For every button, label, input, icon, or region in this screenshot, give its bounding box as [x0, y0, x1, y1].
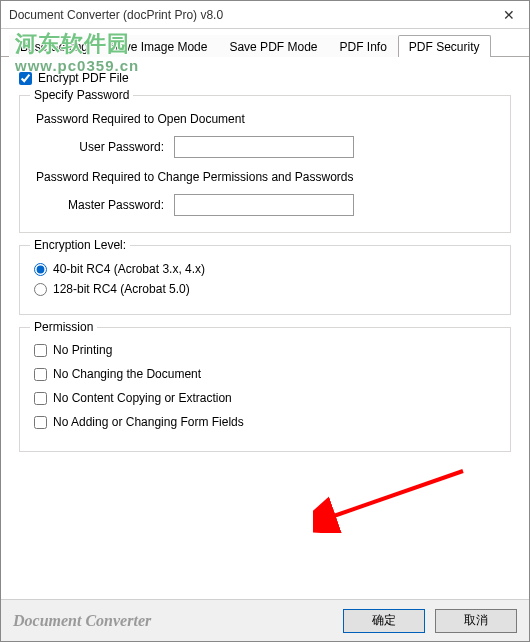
group-permission: Permission No Printing No Changing the D…: [19, 327, 511, 452]
group-encryption-level: Encryption Level: 40-bit RC4 (Acrobat 3.…: [19, 245, 511, 315]
change-password-text: Password Required to Change Permissions …: [36, 170, 496, 184]
ok-button[interactable]: 确定: [343, 609, 425, 633]
footer-brand: Document Converter: [13, 612, 333, 630]
tabstrip: Base Setting Save Image Mode Save PDF Mo…: [1, 31, 529, 57]
group-specify-password: Specify Password Password Required to Op…: [19, 95, 511, 233]
user-password-label: User Password:: [34, 140, 174, 154]
dialog-footer: Document Converter 确定 取消: [1, 599, 529, 641]
checkbox-no-forms[interactable]: [34, 416, 47, 429]
master-password-input[interactable]: [174, 194, 354, 216]
checkbox-no-printing[interactable]: [34, 344, 47, 357]
svg-line-0: [328, 471, 463, 518]
titlebar: Document Converter (docPrint Pro) v8.0 ✕: [1, 1, 529, 29]
checkbox-no-changing[interactable]: [34, 368, 47, 381]
cancel-button[interactable]: 取消: [435, 609, 517, 633]
tab-save-pdf-mode[interactable]: Save PDF Mode: [218, 35, 328, 57]
radio-128bit-label: 128-bit RC4 (Acrobat 5.0): [53, 282, 190, 296]
close-button[interactable]: ✕: [489, 1, 529, 29]
legend-specify-password: Specify Password: [30, 88, 133, 102]
annotation-arrow: [313, 463, 473, 533]
user-password-input[interactable]: [174, 136, 354, 158]
window-title: Document Converter (docPrint Pro) v8.0: [9, 8, 489, 22]
close-icon: ✕: [503, 7, 515, 23]
master-password-label: Master Password:: [34, 198, 174, 212]
tab-panel-pdf-security: Encrypt PDF File Specify Password Passwo…: [1, 57, 529, 470]
tab-pdf-security[interactable]: PDF Security: [398, 35, 491, 57]
checkbox-no-copying[interactable]: [34, 392, 47, 405]
label-no-changing: No Changing the Document: [53, 367, 201, 381]
legend-permission: Permission: [30, 320, 97, 334]
tab-base-setting[interactable]: Base Setting: [9, 35, 99, 57]
open-password-text: Password Required to Open Document: [36, 112, 496, 126]
encrypt-pdf-label: Encrypt PDF File: [38, 71, 129, 85]
tab-pdf-info[interactable]: PDF Info: [328, 35, 397, 57]
label-no-printing: No Printing: [53, 343, 112, 357]
radio-40bit-label: 40-bit RC4 (Acrobat 3.x, 4.x): [53, 262, 205, 276]
encrypt-pdf-checkbox[interactable]: [19, 72, 32, 85]
label-no-copying: No Content Copying or Extraction: [53, 391, 232, 405]
label-no-forms: No Adding or Changing Form Fields: [53, 415, 244, 429]
radio-40bit[interactable]: [34, 263, 47, 276]
tab-save-image-mode[interactable]: Save Image Mode: [99, 35, 218, 57]
radio-128bit[interactable]: [34, 283, 47, 296]
legend-encryption-level: Encryption Level:: [30, 238, 130, 252]
